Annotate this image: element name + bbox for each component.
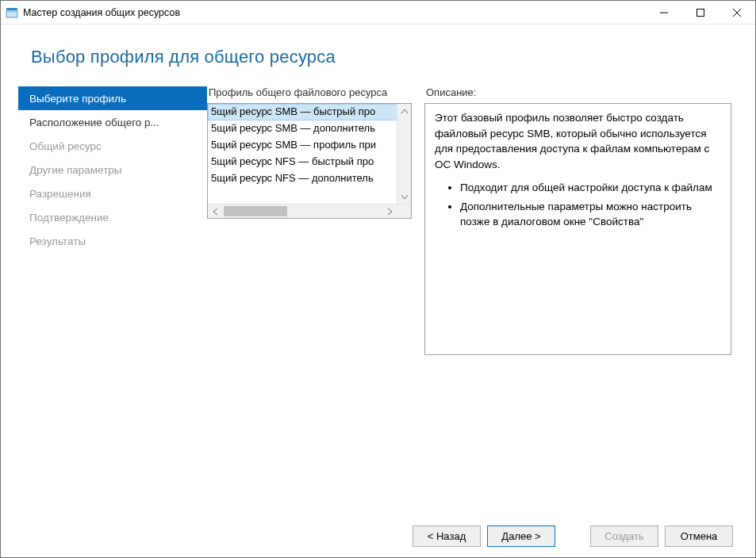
step-label: Подтверждение <box>29 212 109 224</box>
content-row: Выберите профиль Расположение общего р..… <box>1 86 755 514</box>
step-label: Расположение общего р... <box>29 117 159 128</box>
scroll-corner <box>397 204 411 218</box>
profile-list-column: Профиль общего файлового ресурса 5щий ре… <box>207 86 420 514</box>
create-button: Создать <box>590 526 658 547</box>
scroll-down-icon[interactable] <box>397 189 411 204</box>
description-bullet: Подходит для общей настройки доступа к ф… <box>460 180 721 196</box>
horizontal-scrollbar[interactable] <box>208 204 411 218</box>
list-item[interactable]: 5щий ресурс SMB — быстрый про <box>208 104 411 120</box>
description-column: Описание: Этот базовый профиль позволяет… <box>420 86 755 514</box>
svg-rect-1 <box>6 11 17 17</box>
step-share-location[interactable]: Расположение общего р... <box>18 110 207 134</box>
step-label: Выберите профиль <box>29 93 126 105</box>
app-icon <box>6 6 18 19</box>
cancel-button[interactable]: Отмена <box>665 526 733 547</box>
step-permissions: Разрешения <box>18 182 207 205</box>
wizard-body: Выбор профиля для общего ресурса Выберит… <box>1 25 755 557</box>
scroll-thumb[interactable] <box>224 206 287 216</box>
description-bullets: Подходит для общей настройки доступа к ф… <box>435 180 721 230</box>
minimize-button[interactable] <box>646 1 682 24</box>
svg-line-4 <box>733 9 741 17</box>
scroll-track[interactable] <box>397 118 411 189</box>
back-button[interactable]: < Назад <box>413 526 481 547</box>
scroll-left-icon[interactable] <box>208 204 222 218</box>
description-header: Описание: <box>424 86 731 103</box>
scroll-track[interactable] <box>222 204 382 218</box>
steps-sidebar: Выберите профиль Расположение общего р..… <box>1 86 207 514</box>
description-box: Этот базовый профиль позволяет быстро со… <box>424 103 731 355</box>
scroll-up-icon[interactable] <box>397 104 411 118</box>
list-item[interactable]: 5щий ресурс SMB — дополнитель <box>208 120 411 137</box>
svg-rect-3 <box>697 9 704 16</box>
scroll-right-icon[interactable] <box>382 204 397 218</box>
step-label: Результаты <box>29 235 86 247</box>
list-item[interactable]: 5щий ресурс SMB — профиль при <box>208 137 411 154</box>
next-button[interactable]: Далее > <box>487 526 555 547</box>
step-label: Разрешения <box>29 188 91 200</box>
svg-rect-0 <box>6 8 17 10</box>
list-item[interactable]: 5щий ресурс NFS — быстрый про <box>208 154 411 170</box>
svg-line-5 <box>733 9 741 17</box>
step-label: Общий ресурс <box>29 140 102 152</box>
step-label: Другие параметры <box>29 164 122 176</box>
description-bullet: Дополнительные параметры можно настроить… <box>460 199 721 230</box>
list-item[interactable]: 5щий ресурс NFS — дополнитель <box>208 170 411 187</box>
step-share-name: Общий ресурс <box>18 134 207 158</box>
close-button[interactable] <box>719 1 755 24</box>
step-results: Результаты <box>18 229 207 253</box>
vertical-scrollbar[interactable] <box>397 104 411 204</box>
window-title: Мастер создания общих ресурсов <box>23 7 646 18</box>
profile-listbox[interactable]: 5щий ресурс SMB — быстрый про 5щий ресур… <box>207 103 412 219</box>
wizard-window: Мастер создания общих ресурсов Выбор про… <box>0 0 756 558</box>
profile-listbox-items: 5щий ресурс SMB — быстрый про 5щий ресур… <box>208 104 411 204</box>
maximize-button[interactable] <box>682 1 719 24</box>
window-controls <box>646 1 755 24</box>
profile-list-header: Профиль общего файлового ресурса <box>207 86 412 103</box>
step-confirmation: Подтверждение <box>18 205 207 229</box>
step-select-profile[interactable]: Выберите профиль <box>18 86 207 110</box>
wizard-buttons: < Назад Далее > Создать Отмена <box>1 514 755 557</box>
step-other-settings: Другие параметры <box>18 158 207 182</box>
page-heading: Выбор профиля для общего ресурса <box>1 25 755 86</box>
description-paragraph: Этот базовый профиль позволяет быстро со… <box>435 110 721 172</box>
titlebar: Мастер создания общих ресурсов <box>1 1 755 25</box>
